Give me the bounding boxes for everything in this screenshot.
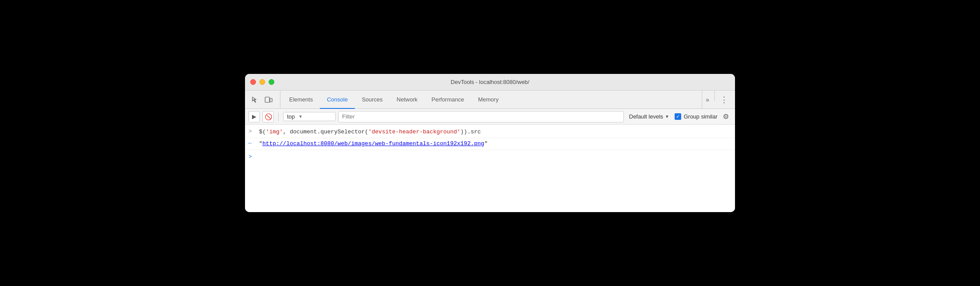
group-similar-checkbox[interactable]: ✓ bbox=[675, 113, 681, 120]
play-button[interactable]: ▶ bbox=[248, 111, 260, 122]
context-arrow-icon: ▼ bbox=[298, 114, 303, 119]
console-output-row: ← "http://localhost:8080/web/images/web-… bbox=[245, 138, 735, 150]
devtools-window: DevTools - localhost:8080/web/ Elements … bbox=[245, 74, 735, 212]
console-cursor-row[interactable]: > bbox=[245, 150, 735, 163]
group-similar-label: Group similar bbox=[684, 113, 718, 120]
console-toolbar: ▶ 🚫 top ▼ Default levels ▼ ✓ Group simil… bbox=[245, 109, 735, 125]
tab-bar: Elements Console Sources Network Perform… bbox=[245, 91, 735, 109]
console-input-row: > $('img', document.querySelector('devsi… bbox=[245, 126, 735, 138]
console-output: > $('img', document.querySelector('devsi… bbox=[245, 125, 735, 212]
toolbar-divider bbox=[278, 112, 279, 121]
window-title: DevTools - localhost:8080/web/ bbox=[451, 79, 529, 85]
tab-console[interactable]: Console bbox=[320, 91, 355, 109]
minimize-button[interactable] bbox=[259, 79, 265, 85]
settings-gear-icon[interactable]: ⚙ bbox=[720, 111, 732, 122]
toolbar-icons bbox=[248, 91, 280, 108]
device-icon[interactable] bbox=[262, 94, 275, 106]
context-selector[interactable]: top ▼ bbox=[283, 112, 336, 121]
maximize-button[interactable] bbox=[269, 79, 274, 85]
console-output-line: "http://localhost:8080/web/images/web-fu… bbox=[259, 140, 732, 148]
levels-arrow-icon: ▼ bbox=[665, 114, 669, 119]
tab-network[interactable]: Network bbox=[390, 91, 425, 109]
console-input-line: $('img', document.querySelector('devsite… bbox=[259, 128, 732, 136]
tab-memory[interactable]: Memory bbox=[471, 91, 506, 109]
menu-button[interactable]: ⋮ bbox=[717, 91, 732, 108]
tab-sources[interactable]: Sources bbox=[355, 91, 390, 109]
svg-rect-1 bbox=[270, 98, 272, 102]
tab-elements[interactable]: Elements bbox=[282, 91, 320, 109]
clear-button[interactable]: 🚫 bbox=[262, 111, 274, 122]
levels-button[interactable]: Default levels ▼ bbox=[626, 113, 672, 120]
cursor-prompt: > bbox=[248, 153, 256, 160]
inspect-icon[interactable] bbox=[248, 94, 261, 106]
svg-rect-0 bbox=[265, 97, 270, 102]
filter-input[interactable] bbox=[338, 111, 624, 122]
output-url-link[interactable]: http://localhost:8080/web/images/web-fun… bbox=[262, 140, 484, 147]
traffic-lights bbox=[250, 79, 274, 85]
tab-performance[interactable]: Performance bbox=[424, 91, 471, 109]
input-prompt: > bbox=[248, 128, 256, 135]
more-tabs-button[interactable]: » bbox=[702, 91, 713, 108]
close-button[interactable] bbox=[250, 79, 256, 85]
output-prompt: ← bbox=[248, 140, 256, 146]
titlebar: DevTools - localhost:8080/web/ bbox=[245, 74, 735, 91]
